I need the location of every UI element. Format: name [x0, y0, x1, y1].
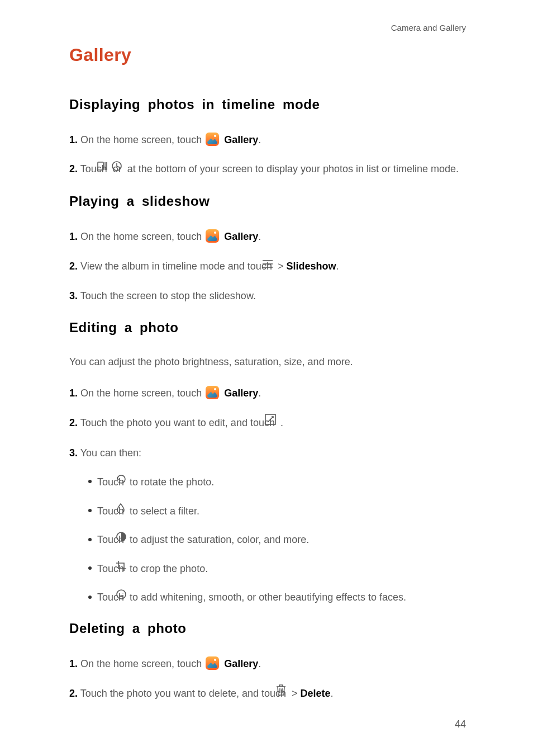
- step-text: >: [275, 261, 287, 272]
- deleting-step-2: 2. Touch the photo you want to delete, a…: [69, 685, 466, 703]
- step-number: 1.: [69, 134, 78, 145]
- editing-step-2: 2. Touch the photo you want to edit, and…: [69, 414, 466, 432]
- svg-point-12: [122, 593, 123, 594]
- step-text: .: [258, 658, 261, 669]
- bullet-text: to add whitening, smooth, or other beaut…: [127, 592, 406, 603]
- bullet-dot-icon: [88, 480, 92, 483]
- step-text: On the home screen, touch: [78, 231, 204, 242]
- gallery-app-icon: [206, 229, 219, 243]
- app-label: Gallery: [221, 231, 258, 242]
- section-heading-slideshow: Playing a slideshow: [69, 191, 466, 211]
- step-number: 3.: [69, 447, 78, 459]
- step-text: You can then:: [78, 447, 141, 459]
- bullet-dot-icon: [88, 596, 92, 599]
- menu-item-label: Delete: [300, 688, 330, 699]
- step-text: On the home screen, touch: [78, 134, 204, 145]
- bullet-dot-icon: [88, 566, 92, 570]
- deleting-step-1: 1. On the home screen, touch Gallery.: [69, 655, 466, 673]
- menu-item-label: Slideshow: [286, 261, 336, 272]
- app-label: Gallery: [221, 134, 258, 145]
- bullet-text: to adjust the saturation, color, and mor…: [127, 534, 309, 545]
- slideshow-step-3: 3. Touch the screen to stop the slidesho…: [69, 287, 466, 305]
- bullet-text: to rotate the photo.: [127, 476, 214, 488]
- step-number: 2.: [69, 261, 78, 272]
- step-text: .: [278, 417, 283, 428]
- step-text: On the home screen, touch: [78, 658, 204, 669]
- step-number: 2.: [69, 163, 78, 174]
- editing-step-3: 3. You can then:: [69, 445, 466, 462]
- section-heading-timeline: Displaying photos in timeline mode: [69, 94, 466, 115]
- step-text: at the bottom of your screen to display …: [125, 163, 459, 174]
- bullet-adjust: Touch to adjust the saturation, color, a…: [88, 531, 466, 549]
- section-heading-editing: Editing a photo: [69, 317, 466, 338]
- editing-bullet-list: Touch to rotate the photo. Touch to sele…: [88, 474, 466, 607]
- bullet-dot-icon: [88, 538, 92, 541]
- bullet-text: to select a filter.: [127, 505, 199, 517]
- bullet-text: to crop the photo.: [127, 563, 208, 574]
- step-text: .: [331, 688, 334, 699]
- step-text: >: [289, 688, 301, 699]
- bullet-filter: Touch to select a filter.: [88, 503, 466, 521]
- section-heading-deleting: Deleting a photo: [69, 618, 466, 639]
- step-text: Touch the screen to stop the slideshow.: [78, 290, 256, 301]
- step-number: 2.: [69, 688, 78, 699]
- step-number: 2.: [69, 417, 78, 428]
- bullet-beautify: Touch to add whitening, smooth, or other…: [88, 589, 466, 607]
- svg-point-10: [117, 590, 126, 599]
- breadcrumb: Camera and Gallery: [391, 21, 466, 34]
- gallery-app-icon: [206, 133, 219, 146]
- step-text: Touch the photo you want to edit, and to…: [78, 417, 278, 428]
- app-label: Gallery: [221, 388, 258, 399]
- editing-intro: You can adjust the photo brightness, sat…: [69, 355, 466, 370]
- gallery-app-icon: [206, 386, 219, 399]
- step-number: 3.: [69, 290, 78, 301]
- slideshow-step-1: 1. On the home screen, touch Gallery.: [69, 228, 466, 245]
- page-title: Gallery: [69, 41, 466, 69]
- bullet-dot-icon: [88, 509, 92, 512]
- step-text: On the home screen, touch: [78, 388, 204, 399]
- step-number: 1.: [69, 231, 78, 242]
- slideshow-step-2: 2. View the album in timeline mode and t…: [69, 258, 466, 276]
- timeline-step-1: 1. On the home screen, touch Gallery.: [69, 131, 466, 149]
- step-text: View the album in timeline mode and touc…: [78, 261, 275, 272]
- svg-rect-0: [98, 162, 103, 170]
- app-label: Gallery: [221, 658, 258, 669]
- page-number: 44: [455, 717, 466, 733]
- step-text: .: [258, 388, 261, 399]
- gallery-app-icon: [206, 656, 219, 670]
- step-number: 1.: [69, 388, 78, 399]
- bullet-rotate: Touch to rotate the photo.: [88, 474, 466, 492]
- step-text: .: [258, 231, 261, 242]
- svg-point-11: [119, 593, 120, 594]
- step-text: .: [336, 261, 339, 272]
- editing-step-1: 1. On the home screen, touch Gallery.: [69, 385, 466, 402]
- step-text: .: [258, 134, 261, 145]
- timeline-step-2: 2. Touch or at the bottom of your screen…: [69, 160, 466, 178]
- bullet-crop: Touch to crop the photo.: [88, 560, 466, 578]
- step-number: 1.: [69, 658, 78, 669]
- svg-line-8: [268, 417, 273, 422]
- step-text: Touch the photo you want to delete, and …: [78, 688, 289, 699]
